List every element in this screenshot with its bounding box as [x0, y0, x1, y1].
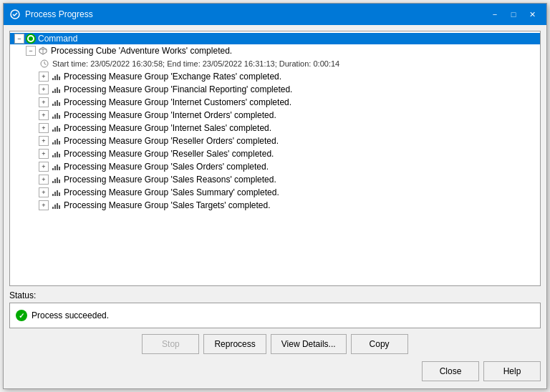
- title-bar-left: Process Progress: [9, 9, 93, 20]
- measure-label: Processing Measure Group 'Sales Reasons'…: [64, 175, 276, 185]
- svg-rect-32: [54, 153, 56, 157]
- tree-root-command[interactable]: − Command: [10, 33, 540, 44]
- tree-measure-item[interactable]: + Processing Measure Group 'Sales Target…: [10, 199, 540, 212]
- command-label: Command: [38, 34, 77, 44]
- svg-rect-27: [52, 142, 54, 144]
- expand-measure-5[interactable]: +: [39, 136, 49, 146]
- bar-chart-icon: [50, 187, 62, 198]
- view-details-button[interactable]: View Details...: [271, 334, 347, 354]
- bottom-button-row: Close Help: [9, 360, 541, 383]
- svg-line-6: [44, 64, 47, 65]
- help-button[interactable]: Help: [483, 361, 541, 381]
- bar-chart-icon: [50, 71, 62, 82]
- svg-rect-25: [57, 126, 58, 132]
- svg-rect-8: [54, 76, 56, 80]
- svg-rect-47: [52, 207, 54, 209]
- copy-button[interactable]: Copy: [351, 334, 408, 354]
- svg-rect-17: [57, 100, 58, 106]
- cube-icon: [37, 45, 49, 57]
- close-window-button[interactable]: ✕: [524, 7, 541, 21]
- tree-measure-item[interactable]: + Processing Measure Group 'Sales Orders…: [10, 160, 540, 173]
- measure-label: Processing Measure Group 'Sales Summary'…: [64, 187, 279, 197]
- svg-rect-41: [57, 177, 58, 183]
- tree-measure-item[interactable]: + Processing Measure Group 'Sales Summar…: [10, 186, 540, 199]
- tree-panel[interactable]: − Command − Processing Cube 'Adventure W…: [9, 31, 541, 286]
- tree-measure-item[interactable]: + Processing Measure Group 'Internet Sal…: [10, 122, 540, 134]
- maximize-button[interactable]: □: [505, 7, 522, 21]
- minimize-button[interactable]: −: [486, 7, 503, 21]
- expand-measure-8[interactable]: +: [39, 175, 49, 185]
- svg-rect-29: [57, 139, 58, 144]
- svg-rect-49: [57, 203, 58, 209]
- svg-rect-33: [57, 152, 58, 157]
- tree-measure-item[interactable]: + Processing Measure Group 'Reseller Ord…: [10, 134, 540, 147]
- expand-measure-9[interactable]: +: [39, 187, 49, 197]
- status-section: Status: Process succeeded.: [9, 290, 541, 328]
- svg-rect-39: [52, 181, 54, 183]
- reprocess-button[interactable]: Reprocess: [203, 334, 266, 354]
- measure-label: Processing Measure Group 'Reseller Sales…: [64, 149, 274, 159]
- bar-chart-icon: [50, 200, 62, 211]
- bar-chart-icon: [50, 109, 62, 121]
- window-body: − Command − Processing Cube 'Adventure W…: [4, 25, 546, 388]
- title-bar: Process Progress − □ ✕: [4, 4, 546, 25]
- svg-rect-40: [54, 179, 56, 183]
- svg-rect-28: [54, 140, 56, 144]
- tree-measure-item[interactable]: + Processing Measure Group 'Internet Cus…: [10, 96, 540, 109]
- expand-measure-1[interactable]: +: [39, 84, 49, 94]
- main-window: Process Progress − □ ✕ − Command −: [3, 3, 547, 389]
- measure-label: Processing Measure Group 'Reseller Order…: [64, 136, 279, 146]
- title-bar-controls: − □ ✕: [486, 7, 541, 21]
- expand-cube[interactable]: −: [26, 46, 36, 56]
- expand-measure-10[interactable]: +: [39, 200, 49, 210]
- stop-button[interactable]: Stop: [142, 334, 199, 354]
- measure-label: Processing Measure Group 'Internet Order…: [64, 110, 276, 120]
- expand-measure-7[interactable]: +: [39, 162, 49, 172]
- measure-label: Processing Measure Group 'Exchange Rates…: [64, 72, 281, 82]
- svg-rect-30: [59, 141, 60, 144]
- middle-button-row: Stop Reprocess View Details... Copy: [9, 333, 541, 356]
- bar-chart-icon: [50, 122, 62, 134]
- svg-rect-15: [52, 104, 54, 106]
- svg-rect-45: [57, 190, 58, 196]
- svg-rect-38: [59, 167, 60, 170]
- tree-measure-item[interactable]: + Processing Measure Group 'Exchange Rat…: [10, 70, 540, 83]
- window-title: Process Progress: [25, 9, 93, 19]
- svg-rect-31: [52, 155, 54, 157]
- expand-measure-4[interactable]: +: [39, 123, 49, 133]
- tree-measure-item[interactable]: + Processing Measure Group 'Internet Ord…: [10, 109, 540, 122]
- measure-label: Processing Measure Group 'Sales Orders' …: [64, 162, 269, 172]
- svg-rect-48: [54, 205, 56, 209]
- svg-rect-9: [57, 74, 58, 80]
- tree-measure-item[interactable]: + Processing Measure Group 'Sales Reason…: [10, 173, 540, 186]
- expand-command[interactable]: −: [14, 34, 24, 44]
- svg-rect-13: [57, 87, 58, 93]
- tree-measure-item[interactable]: + Processing Measure Group 'Reseller Sal…: [10, 147, 540, 160]
- expand-measure-3[interactable]: +: [39, 110, 49, 120]
- svg-rect-22: [59, 115, 60, 119]
- expand-measure-2[interactable]: +: [39, 97, 49, 107]
- status-panel: Process succeeded.: [9, 303, 541, 328]
- close-button[interactable]: Close: [422, 361, 479, 381]
- svg-rect-7: [52, 78, 54, 80]
- svg-rect-14: [59, 89, 60, 93]
- measure-groups: + Processing Measure Group 'Exchange Rat…: [10, 70, 540, 212]
- bar-chart-icon: [50, 174, 62, 185]
- svg-rect-43: [52, 194, 54, 196]
- svg-rect-44: [54, 192, 56, 196]
- measure-label: Processing Measure Group 'Internet Sales…: [64, 123, 271, 133]
- expand-measure-6[interactable]: +: [39, 149, 49, 159]
- svg-rect-36: [54, 166, 56, 170]
- svg-rect-12: [54, 89, 56, 93]
- time-label: Start time: 23/05/2022 16:30:58; End tim…: [52, 59, 339, 68]
- svg-rect-19: [52, 117, 54, 119]
- svg-rect-23: [52, 129, 54, 132]
- tree-measure-item[interactable]: + Processing Measure Group 'Financial Re…: [10, 83, 540, 96]
- svg-rect-42: [59, 180, 60, 183]
- bar-chart-icon: [50, 97, 62, 108]
- expand-measure-0[interactable]: +: [39, 72, 49, 82]
- bar-chart-icon: [50, 148, 62, 160]
- tree-cube-item[interactable]: − Processing Cube 'Adventure Works' comp…: [10, 44, 540, 57]
- bar-chart-icon: [50, 135, 62, 147]
- time-icon: [39, 58, 50, 69]
